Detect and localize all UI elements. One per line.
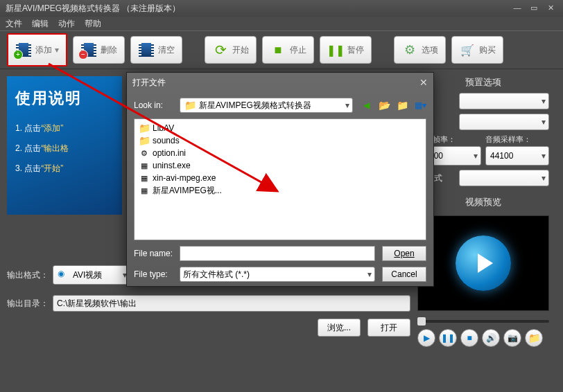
open-folder-button[interactable]: 📁 [525, 329, 543, 347]
close-icon[interactable]: ✕ [544, 3, 557, 13]
delete-label: 删除 [101, 44, 117, 56]
chevron-down-icon: ▾ [542, 151, 546, 161]
add-button[interactable]: + 添加 ▾ [7, 33, 67, 66]
titlebar: 新星AVI/MPEG视频格式转换器 （未注册版本） — ▭ ✕ [0, 0, 563, 17]
play-circle-icon: ◉ [58, 269, 70, 281]
chevron-down-icon: ▾ [542, 96, 546, 106]
lookin-combo[interactable]: 📁 新星AVIMPEG视频格式转换器 ▾ [180, 98, 353, 113]
file-type-icon: ▦ [139, 172, 150, 184]
minimize-icon[interactable]: — [510, 3, 524, 13]
options-button[interactable]: ⚙ 选项 [394, 36, 446, 64]
play-disc-icon [456, 235, 511, 291]
file-type-icon: ⚙ [139, 148, 150, 159]
chevron-down-icon: ▾ [55, 45, 59, 55]
menu-action[interactable]: 动作 [58, 18, 75, 30]
file-item[interactable]: ▦新星AVIMPEG视... [137, 184, 423, 197]
file-name: uninst.exe [153, 161, 191, 170]
file-name: 新星AVIMPEG视... [153, 185, 222, 197]
filetype-label: File type: [134, 269, 180, 279]
add-icon: + [15, 42, 32, 58]
output-format-value: AVI视频 [73, 269, 102, 281]
output-format-label: 输出格式： [7, 269, 53, 281]
clear-icon [138, 42, 155, 58]
cart-icon: 🛒 [459, 42, 476, 58]
resolution-combo[interactable]: ▾ [459, 114, 549, 130]
window-title: 新星AVI/MPEG视频格式转换器 （未注册版本） [6, 3, 508, 15]
file-name: LibAV [153, 123, 174, 133]
folder-icon: 📁 [184, 100, 196, 111]
stop-button[interactable]: ■ 停止 [262, 36, 314, 64]
maximize-icon[interactable]: ▭ [527, 3, 541, 13]
buy-button[interactable]: 🛒 购买 [451, 36, 503, 64]
browse-button[interactable]: 浏览... [318, 319, 361, 337]
back-icon[interactable]: ◀ [360, 99, 372, 112]
filename-label: File name: [134, 249, 180, 258]
up-icon[interactable]: 📂 [378, 99, 390, 112]
file-item[interactable]: ▦xin-avi-mpeg.exe [137, 172, 423, 184]
delete-icon: − [80, 42, 97, 58]
filetype-value: 所有文件格式 (*.*) [183, 269, 250, 280]
mode-combo[interactable]: ▾ [459, 170, 549, 186]
pause-icon: ❚❚ [327, 42, 344, 58]
open-file-dialog: 打开文件 ✕ Look in: 📁 新星AVIMPEG视频格式转换器 ▾ ◀ 📂… [126, 72, 434, 287]
delete-button[interactable]: − 删除 [73, 36, 125, 64]
start-label: 开始 [232, 44, 249, 56]
new-folder-icon[interactable]: 📁 [396, 99, 408, 112]
menubar: 文件 编辑 动作 帮助 [0, 17, 563, 30]
start-button[interactable]: ⟳ 开始 [205, 36, 257, 64]
file-name: option.ini [153, 148, 186, 158]
options-label: 选项 [422, 44, 438, 56]
chevron-down-icon: ▾ [542, 173, 546, 183]
start-icon: ⟳ [212, 42, 229, 58]
stop-label: 停止 [290, 44, 306, 56]
file-item[interactable]: 📁sounds [137, 134, 423, 147]
view-icon[interactable]: ▦▾ [414, 99, 426, 112]
pause-media-button[interactable]: ❚❚ [439, 329, 457, 347]
chevron-down-icon: ▾ [345, 100, 349, 110]
asr-label: 音频采样率： [485, 134, 549, 145]
snapshot-button[interactable]: 📷 [503, 329, 521, 347]
open-dir-button[interactable]: 打开 [367, 319, 410, 337]
filetype-combo[interactable]: 所有文件格式 (*.*) ▾ [180, 267, 375, 282]
file-item[interactable]: ▦uninst.exe [137, 159, 423, 172]
rate-combo[interactable]: ▾ [459, 93, 549, 109]
dialog-cancel-button[interactable]: Cancel [382, 267, 426, 282]
file-item[interactable]: ⚙option.ini [137, 147, 423, 159]
stop-icon: ■ [270, 42, 286, 58]
stop-media-button[interactable]: ■ [460, 329, 478, 347]
file-type-icon: ▦ [139, 185, 150, 196]
chevron-down-icon: ▾ [474, 151, 478, 161]
dialog-open-button[interactable]: Open [382, 246, 426, 261]
file-list[interactable]: 📁LibAV📁sounds⚙option.ini▦uninst.exe▦xin-… [134, 118, 426, 240]
file-type-icon: 📁 [139, 123, 150, 134]
chevron-down-icon: ▾ [367, 269, 372, 279]
asr-combo[interactable]: 44100▾ [485, 146, 549, 166]
volume-button[interactable]: 🔊 [482, 329, 500, 347]
dialog-title: 打开文件 [132, 77, 166, 89]
menu-help[interactable]: 帮助 [85, 18, 101, 30]
buy-label: 购买 [479, 44, 496, 56]
file-item[interactable]: 📁LibAV [137, 122, 423, 134]
filename-input[interactable] [180, 246, 375, 261]
pause-button[interactable]: ❚❚ 暂停 [320, 36, 372, 64]
toolbar: + 添加 ▾ − 删除 清空 ⟳ 开始 ■ 停止 ❚❚ 暂停 ⚙ 选项 🛒 购买 [0, 30, 563, 69]
clear-button[interactable]: 清空 [130, 36, 182, 64]
output-dir-input[interactable] [53, 295, 410, 312]
video-preview [417, 215, 549, 311]
file-type-icon: ▦ [139, 160, 150, 171]
add-label: 添加 [35, 44, 52, 56]
gear-icon: ⚙ [401, 42, 418, 58]
seek-slider[interactable] [417, 318, 549, 325]
pause-label: 暂停 [347, 44, 364, 56]
chevron-down-icon: ▾ [542, 117, 546, 127]
file-name: xin-avi-mpeg.exe [153, 173, 216, 183]
output-format-combo[interactable]: ◉ AVI视频 ▾ [53, 265, 130, 285]
menu-file[interactable]: 文件 [6, 18, 22, 30]
banner-heading: 使用说明 [15, 84, 114, 112]
dialog-close-icon[interactable]: ✕ [419, 77, 428, 88]
file-name: sounds [153, 136, 180, 145]
lookin-value: 新星AVIMPEG视频格式转换器 [199, 100, 311, 112]
lookin-label: Look in: [134, 100, 180, 110]
menu-edit[interactable]: 编辑 [32, 18, 49, 30]
play-button[interactable]: ▶ [417, 329, 435, 347]
